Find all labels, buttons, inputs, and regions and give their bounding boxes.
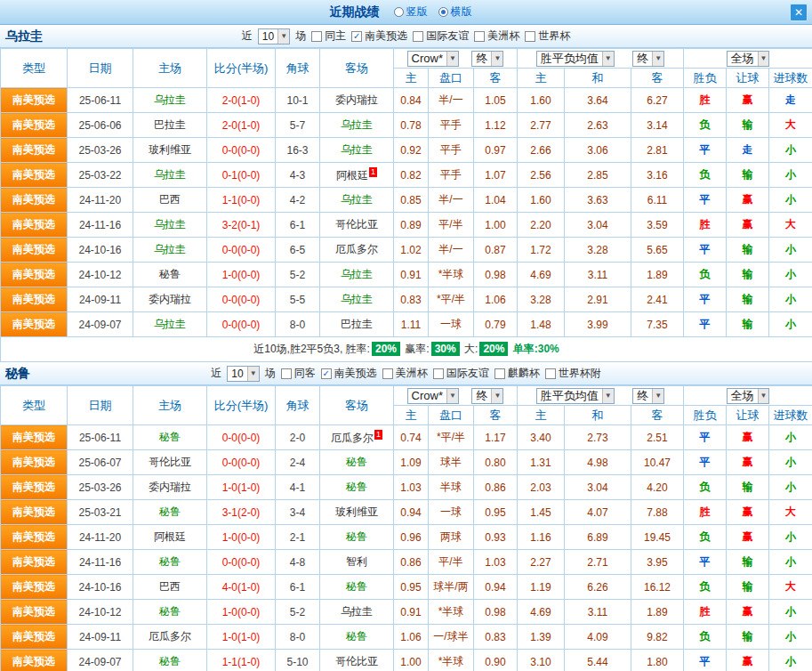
ah-away-odds: 1.07 bbox=[474, 163, 518, 188]
filter-checkbox-1[interactable]: ✓南美预选 bbox=[321, 366, 377, 381]
recent-count-select[interactable]: 10▼ bbox=[258, 28, 290, 44]
match-date: 25-06-11 bbox=[68, 88, 133, 113]
home-team-cell: 阿根廷 bbox=[133, 525, 207, 550]
match-row: 南美预选25-03-21秘鲁3-1(2-0)3-4玻利维亚0.94一球0.951… bbox=[1, 500, 812, 525]
checkbox-icon bbox=[382, 368, 393, 379]
filter-checkbox-5[interactable]: 世界杯附 bbox=[545, 366, 601, 381]
filter-checkbox-0[interactable]: 同客 bbox=[281, 366, 316, 381]
result-handicap: 赢 bbox=[727, 450, 769, 475]
select-value: 终 bbox=[476, 388, 487, 404]
result-handicap: 输 bbox=[727, 312, 769, 337]
match-row: 南美预选24-10-16乌拉圭0-0(0-0)6-5厄瓜多尔1.02半/一0.8… bbox=[1, 238, 812, 263]
match-row: 南美预选24-11-16乌拉圭3-2(0-1)6-1哥伦比亚0.89平/半1.0… bbox=[1, 213, 812, 238]
team-name: 乌拉圭 bbox=[341, 118, 373, 131]
team-name: 巴拉圭 bbox=[154, 118, 186, 131]
ah-line: 半/一 bbox=[429, 238, 474, 263]
eu-away-odds: 7.88 bbox=[631, 500, 684, 525]
eu-draw-odds: 2.71 bbox=[565, 550, 631, 575]
match-date: 24-11-20 bbox=[68, 188, 133, 213]
chevron-down-icon: ▼ bbox=[277, 29, 289, 44]
ah-away-odds: 1.03 bbox=[474, 550, 518, 575]
ah-final-select[interactable]: 终▼ bbox=[471, 51, 503, 67]
panel-title: 近期战绩 bbox=[330, 4, 380, 20]
match-row: 南美预选24-09-07乌拉圭0-0(0-0)8-0巴拉圭1.11一球0.791… bbox=[1, 312, 812, 337]
filter-checkbox-2[interactable]: 国际友谊 bbox=[413, 28, 469, 44]
full-match-select[interactable]: 全场▼ bbox=[727, 51, 770, 67]
rank-badge: 1 bbox=[369, 167, 377, 177]
col-type: 类型 bbox=[1, 386, 68, 425]
home-team-cell: 乌拉圭 bbox=[133, 238, 207, 263]
full-match-select[interactable]: 全场▼ bbox=[727, 388, 770, 404]
result-goals: 大 bbox=[769, 113, 812, 138]
eu-away-odds: 10.47 bbox=[631, 450, 684, 475]
subcol-3: 主 bbox=[518, 406, 565, 425]
odds-company-select[interactable]: Crow*▼ bbox=[407, 388, 459, 404]
result-goals: 小 bbox=[769, 188, 812, 213]
ah-home-odds: 0.86 bbox=[394, 550, 429, 575]
away-team-cell: 智利 bbox=[320, 550, 394, 575]
filter-checkbox-3[interactable]: 国际友谊 bbox=[433, 366, 489, 381]
ah-home-odds: 0.96 bbox=[394, 525, 429, 550]
corner-cell: 2-4 bbox=[276, 450, 320, 475]
match-row: 南美预选24-11-20阿根廷1-0(0-0)2-1秘鲁0.96两球0.931.… bbox=[1, 525, 812, 550]
result-wdl: 负 bbox=[684, 525, 727, 550]
ah-final-select[interactable]: 终▼ bbox=[471, 388, 503, 404]
result-wdl: 负 bbox=[684, 625, 727, 650]
col-score: 比分(半场) bbox=[207, 49, 276, 88]
eu-final-select[interactable]: 终▼ bbox=[632, 51, 664, 67]
filter-checkbox-0[interactable]: 同主 bbox=[311, 28, 346, 44]
result-wdl: 平 bbox=[684, 188, 727, 213]
away-team-cell: 秘鲁 bbox=[320, 575, 394, 600]
checkbox-label: 世界杯附 bbox=[559, 366, 601, 381]
ah-away-odds: 0.90 bbox=[474, 650, 518, 671]
team-name: 乌拉圭 bbox=[154, 93, 186, 106]
league-tag: 南美预选 bbox=[1, 113, 68, 138]
ah-home-odds: 0.78 bbox=[394, 113, 429, 138]
score-cell: 0-0(0-0) bbox=[207, 287, 276, 312]
corner-cell: 2-0 bbox=[276, 425, 320, 450]
result-goals: 小 bbox=[769, 475, 812, 500]
team-name: 秘鲁 bbox=[346, 530, 367, 543]
eu-odds-header: 胜平负均值▼终▼ bbox=[518, 386, 684, 406]
subcol-0: 主 bbox=[394, 406, 429, 425]
eu-draw-odds: 3.64 bbox=[565, 88, 631, 113]
layout-radio-0[interactable]: 竖版 bbox=[394, 4, 428, 20]
result-handicap: 赢 bbox=[727, 188, 769, 213]
filter-checkbox-1[interactable]: ✓南美预选 bbox=[351, 28, 407, 44]
result-goals: 小 bbox=[769, 238, 812, 263]
select-value: Crow* bbox=[412, 52, 443, 65]
score-cell: 4-0(1-0) bbox=[207, 575, 276, 600]
result-goals: 小 bbox=[769, 263, 812, 287]
filter-checkbox-4[interactable]: 麒麟杯 bbox=[494, 366, 540, 381]
match-date: 24-10-12 bbox=[68, 263, 133, 287]
home-team-cell: 秘鲁 bbox=[133, 500, 207, 525]
eu-final-select[interactable]: 终▼ bbox=[632, 388, 664, 404]
close-button[interactable]: ✕ bbox=[790, 4, 808, 21]
odds-company-select[interactable]: Crow*▼ bbox=[407, 51, 459, 67]
filter-checkbox-2[interactable]: 美洲杯 bbox=[382, 366, 428, 381]
result-handicap: 输 bbox=[727, 575, 769, 600]
result-handicap: 输 bbox=[727, 238, 769, 263]
result-goals: 小 bbox=[769, 312, 812, 337]
layout-radio-1[interactable]: 横版 bbox=[438, 4, 472, 20]
ah-away-odds: 1.12 bbox=[474, 113, 518, 138]
score-cell: 1-0(0-0) bbox=[207, 525, 276, 550]
result-handicap: 输 bbox=[727, 163, 769, 188]
match-row: 南美预选24-11-16秘鲁0-0(0-0)4-8智利0.86平/半1.032.… bbox=[1, 550, 812, 575]
result-handicap: 赢 bbox=[727, 525, 769, 550]
checkbox-label: 国际友谊 bbox=[446, 366, 489, 381]
avg-odds-select[interactable]: 胜平负均值▼ bbox=[536, 388, 615, 404]
recent-matches-table-0: 类型日期主场比分(半场)角球客场Crow*▼终▼胜平负均值▼终▼全场▼主盘口客主… bbox=[0, 48, 812, 362]
away-team-cell: 乌拉圭 bbox=[320, 287, 394, 312]
result-handicap: 赢 bbox=[727, 425, 769, 450]
recent-count-select[interactable]: 10▼ bbox=[227, 366, 259, 382]
avg-odds-select[interactable]: 胜平负均值▼ bbox=[536, 51, 615, 67]
filter-checkbox-4[interactable]: 世界杯 bbox=[525, 28, 570, 44]
match-date: 24-10-16 bbox=[68, 575, 133, 600]
filter-checkbox-3[interactable]: 美洲杯 bbox=[474, 28, 519, 44]
team-name: 厄瓜多尔 bbox=[149, 630, 191, 643]
result-wdl: 平 bbox=[684, 650, 727, 671]
ah-away-odds: 0.94 bbox=[474, 575, 518, 600]
eu-home-odds: 4.69 bbox=[518, 263, 565, 287]
eu-home-odds: 1.48 bbox=[518, 312, 565, 337]
